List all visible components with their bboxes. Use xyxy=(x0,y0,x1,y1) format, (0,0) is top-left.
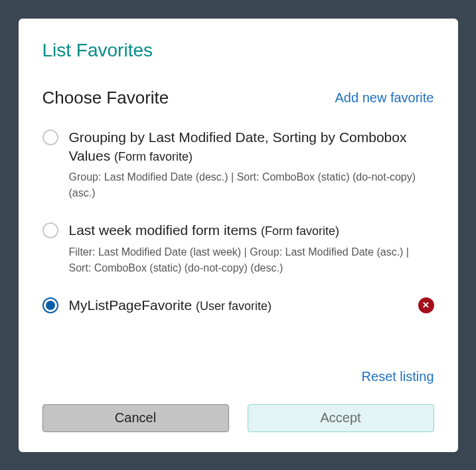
favorite-body: MyListPageFavorite (User favorite) xyxy=(69,296,408,315)
favorite-radio[interactable] xyxy=(42,129,58,145)
favorite-scope: (Form favorite) xyxy=(114,150,193,163)
favorite-item: Grouping by Last Modified Date, Sorting … xyxy=(42,128,434,202)
favorite-radio[interactable] xyxy=(42,222,58,238)
dialog-buttons: Cancel Accept xyxy=(42,404,434,432)
favorite-title-text: Last week modified form items xyxy=(69,222,261,238)
favorites-list: Grouping by Last Modified Date, Sorting … xyxy=(42,128,434,366)
favorite-body: Last week modified form items (Form favo… xyxy=(69,221,434,275)
favorite-radio[interactable] xyxy=(42,297,58,313)
favorite-title: Grouping by Last Modified Date, Sorting … xyxy=(69,128,434,166)
close-icon: ✕ xyxy=(422,301,430,309)
favorite-title: Last week modified form items (Form favo… xyxy=(69,221,434,240)
favorite-body: Grouping by Last Modified Date, Sorting … xyxy=(69,128,434,202)
favorite-item: MyListPageFavorite (User favorite)✕ xyxy=(42,296,434,315)
accept-button[interactable]: Accept xyxy=(248,404,434,432)
favorite-description: Group: Last Modified Date (desc.) | Sort… xyxy=(69,169,434,201)
cancel-button[interactable]: Cancel xyxy=(42,404,229,432)
delete-favorite-button[interactable]: ✕ xyxy=(418,297,434,313)
favorite-scope: (Form favorite) xyxy=(261,224,339,238)
reset-listing-link[interactable]: Reset listing xyxy=(362,369,434,384)
favorite-description: Filter: Last Modified Date (last week) |… xyxy=(69,244,434,276)
favorite-scope: (User favorite) xyxy=(196,299,272,313)
choose-favorite-heading: Choose Favorite xyxy=(42,88,169,108)
section-header: Choose Favorite Add new favorite xyxy=(42,88,434,108)
favorite-title: MyListPageFavorite (User favorite) xyxy=(69,296,408,315)
dialog-title: List Favorites xyxy=(42,40,434,61)
reset-row: Reset listing xyxy=(42,369,434,384)
favorite-item: Last week modified form items (Form favo… xyxy=(42,221,434,275)
list-favorites-dialog: List Favorites Choose Favorite Add new f… xyxy=(19,19,458,452)
favorite-title-text: MyListPageFavorite xyxy=(69,297,196,313)
add-new-favorite-link[interactable]: Add new favorite xyxy=(335,90,434,106)
